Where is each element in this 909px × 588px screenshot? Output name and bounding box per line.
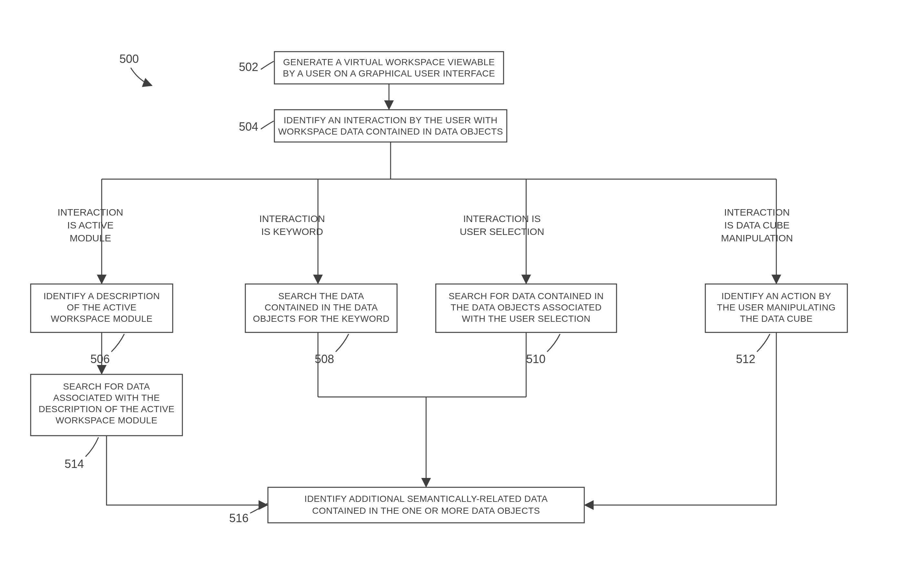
svg-text:THE DATA CUBE: THE DATA CUBE xyxy=(740,314,813,324)
svg-text:THE DATA OBJECTS ASSOCIATED: THE DATA OBJECTS ASSOCIATED xyxy=(451,302,602,312)
svg-text:CONTAINED IN THE DATA: CONTAINED IN THE DATA xyxy=(265,302,378,312)
box-508: SEARCH THE DATA CONTAINED IN THE DATA OB… xyxy=(245,284,397,333)
svg-text:CONTAINED IN THE ONE OR MORE D: CONTAINED IN THE ONE OR MORE DATA OBJECT… xyxy=(312,506,540,516)
branch-label-active-3: MODULE xyxy=(70,233,111,243)
svg-rect-27 xyxy=(268,487,584,523)
figure-pointer xyxy=(131,68,152,86)
box-512: IDENTIFY AN ACTION BY THE USER MANIPULAT… xyxy=(705,284,848,333)
label-506: 506 xyxy=(91,352,110,366)
svg-text:GENERATE A VIRTUAL WORKSPACE V: GENERATE A VIRTUAL WORKSPACE VIEWABLE xyxy=(283,57,495,67)
svg-text:THE USER MANIPULATING: THE USER MANIPULATING xyxy=(717,302,836,312)
leader-508 xyxy=(336,334,349,352)
box-510: SEARCH FOR DATA CONTAINED IN THE DATA OB… xyxy=(436,284,616,333)
svg-text:ASSOCIATED WITH THE: ASSOCIATED WITH THE xyxy=(53,393,160,403)
svg-text:WORKSPACE DATA CONTAINED IN DA: WORKSPACE DATA CONTAINED IN DATA OBJECTS xyxy=(278,126,503,137)
branch-label-cube-2: IS DATA CUBE xyxy=(725,220,789,230)
svg-rect-0 xyxy=(274,52,503,84)
svg-text:SEARCH THE DATA: SEARCH THE DATA xyxy=(278,291,364,301)
leader-506 xyxy=(112,334,124,352)
label-516: 516 xyxy=(229,512,249,525)
svg-text:IDENTIFY AN ACTION BY: IDENTIFY AN ACTION BY xyxy=(721,291,831,301)
branch-label-selection-1: INTERACTION IS xyxy=(463,213,541,224)
svg-text:WITH THE USER SELECTION: WITH THE USER SELECTION xyxy=(462,314,590,324)
branch-label-keyword-1: INTERACTION xyxy=(259,213,325,224)
figure-number: 500 xyxy=(120,52,139,66)
svg-text:BY A USER ON A GRAPHICAL USER : BY A USER ON A GRAPHICAL USER INTERFACE xyxy=(283,68,495,78)
label-502: 502 xyxy=(239,60,258,74)
branch-label-cube-3: MANIPULATION xyxy=(721,233,793,243)
label-512: 512 xyxy=(736,352,755,366)
branch-label-selection-2: USER SELECTION xyxy=(460,226,544,237)
leader-502 xyxy=(261,61,274,69)
svg-text:SEARCH FOR DATA CONTAINED IN: SEARCH FOR DATA CONTAINED IN xyxy=(449,291,604,301)
svg-text:DESCRIPTION OF THE ACTIVE: DESCRIPTION OF THE ACTIVE xyxy=(39,404,174,414)
box-502: GENERATE A VIRTUAL WORKSPACE VIEWABLE BY… xyxy=(274,52,503,84)
svg-rect-3 xyxy=(274,110,507,142)
label-514: 514 xyxy=(65,457,84,470)
branch-label-active-1: INTERACTION xyxy=(57,207,123,218)
branch-label-active-2: IS ACTIVE xyxy=(67,220,113,230)
svg-text:OF THE ACTIVE: OF THE ACTIVE xyxy=(67,302,137,312)
box-516: IDENTIFY ADDITIONAL SEMANTICALLY-RELATED… xyxy=(268,487,584,523)
branch-label-keyword-2: IS KEYWORD xyxy=(261,226,323,237)
svg-text:IDENTIFY ADDITIONAL SEMANTICAL: IDENTIFY ADDITIONAL SEMANTICALLY-RELATED… xyxy=(304,494,548,504)
svg-text:OBJECTS FOR THE KEYWORD: OBJECTS FOR THE KEYWORD xyxy=(253,314,389,324)
svg-text:IDENTIFY A DESCRIPTION: IDENTIFY A DESCRIPTION xyxy=(44,291,160,301)
arrow-514-516 xyxy=(107,436,267,505)
leader-512 xyxy=(757,334,770,352)
leader-514 xyxy=(86,437,99,457)
flowchart-diagram: 500 GENERATE A VIRTUAL WORKSPACE VIEWABL… xyxy=(0,0,909,588)
label-504: 504 xyxy=(239,120,258,133)
box-504: IDENTIFY AN INTERACTION BY THE USER WITH… xyxy=(274,110,507,142)
svg-text:IDENTIFY AN INTERACTION BY THE: IDENTIFY AN INTERACTION BY THE USER WITH xyxy=(284,115,498,125)
svg-text:WORKSPACE MODULE: WORKSPACE MODULE xyxy=(51,314,153,324)
branch-label-cube-1: INTERACTION xyxy=(724,207,789,218)
label-510: 510 xyxy=(526,352,545,366)
box-506: IDENTIFY A DESCRIPTION OF THE ACTIVE WOR… xyxy=(31,284,173,333)
leader-510 xyxy=(547,334,560,352)
svg-text:WORKSPACE MODULE: WORKSPACE MODULE xyxy=(55,415,157,425)
svg-text:SEARCH FOR DATA: SEARCH FOR DATA xyxy=(63,381,150,391)
box-514: SEARCH FOR DATA ASSOCIATED WITH THE DESC… xyxy=(31,374,183,436)
leader-504 xyxy=(261,121,274,129)
